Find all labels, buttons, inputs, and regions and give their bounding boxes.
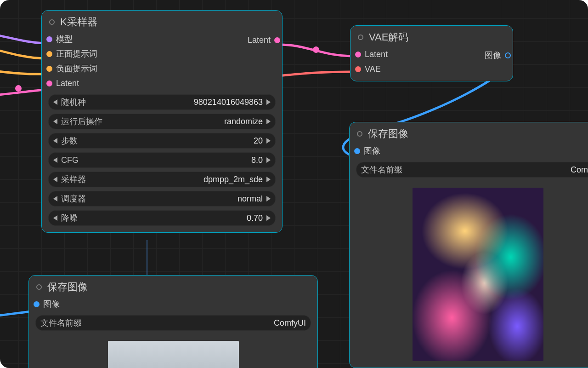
node-vae-decode[interactable]: VAE解码 图像 Latent VAE (350, 25, 513, 81)
widget-value: 0.70 (81, 213, 263, 223)
widget-steps[interactable]: 步数 20 (48, 133, 276, 149)
arrow-right-icon[interactable] (266, 157, 271, 163)
widget-label: 文件名前缀 (40, 317, 82, 328)
widget-after-generate[interactable]: 运行后操作 randomize (48, 114, 276, 129)
input-port-latent[interactable] (46, 80, 52, 86)
widget-label: 随机种 (61, 97, 86, 108)
widget-value: normal (90, 194, 263, 204)
widget-denoise[interactable]: 降噪 0.70 (48, 210, 276, 226)
input-label-image: 图像 (364, 145, 380, 156)
node-save-image-left[interactable]: 保存图像 图像 文件名前缀 ComfyUI (28, 275, 318, 368)
node-title: VAE解码 (369, 30, 408, 44)
widget-value: 8.0 (82, 155, 263, 165)
widget-label: 采样器 (61, 174, 86, 185)
node-title: 保存图像 (368, 127, 408, 141)
input-port-positive[interactable] (46, 51, 52, 57)
widget-value: dpmpp_2m_sde (90, 175, 263, 184)
arrow-right-icon[interactable] (266, 177, 271, 182)
arrow-right-icon[interactable] (266, 196, 271, 201)
arrow-left-icon[interactable] (53, 138, 57, 144)
collapse-toggle-icon[interactable] (36, 284, 42, 290)
arrow-right-icon[interactable] (266, 119, 271, 124)
input-label-latent: Latent (56, 79, 79, 88)
collapse-toggle-icon[interactable] (358, 34, 363, 40)
node-header[interactable]: 保存图像 (350, 122, 588, 144)
widget-value: 20 (81, 136, 263, 146)
node-title: 保存图像 (47, 280, 88, 294)
output-port-image[interactable] (505, 52, 511, 58)
image-preview[interactable] (108, 341, 239, 368)
arrow-left-icon[interactable] (53, 196, 57, 201)
widget-scheduler[interactable]: 调度器 normal (48, 191, 276, 207)
output-label-latent: Latent (248, 35, 271, 45)
node-header[interactable]: 保存图像 (29, 276, 317, 298)
widget-label: 文件名前缀 (361, 164, 402, 175)
node-header[interactable]: K采样器 (42, 11, 282, 33)
input-label-negative: 负面提示词 (56, 63, 97, 74)
node-save-image-right[interactable]: 保存图像 图像 文件名前缀 Comfy (349, 122, 588, 368)
node-header[interactable]: VAE解码 (351, 26, 513, 48)
widget-filename-prefix[interactable]: 文件名前缀 ComfyUI (35, 315, 311, 331)
arrow-right-icon[interactable] (266, 99, 271, 105)
collapse-toggle-icon[interactable] (49, 19, 55, 25)
arrow-left-icon[interactable] (53, 99, 57, 105)
widget-cfg[interactable]: CFG 8.0 (48, 152, 276, 168)
input-label-image: 图像 (43, 299, 60, 310)
widget-sampler[interactable]: 采样器 dpmpp_2m_sde (48, 172, 276, 187)
widget-value: ComfyUI (85, 318, 306, 328)
widget-label: 运行后操作 (61, 116, 102, 127)
link-dot (15, 85, 22, 92)
widget-seed[interactable]: 随机种 980214016049863 (48, 94, 276, 110)
node-ksampler[interactable]: K采样器 Latent 模型 正面提示词 负面提示词 Latent (41, 10, 283, 233)
collapse-toggle-icon[interactable] (357, 131, 362, 137)
link-dot (313, 46, 319, 53)
image-preview[interactable] (413, 188, 543, 361)
arrow-left-icon[interactable] (53, 177, 57, 182)
input-label-vae: VAE (365, 64, 381, 74)
arrow-right-icon[interactable] (266, 138, 271, 144)
input-port-image[interactable] (34, 301, 40, 307)
input-port-vae[interactable] (355, 66, 361, 72)
widget-value: Comfy (406, 165, 588, 175)
input-port-image[interactable] (354, 148, 360, 154)
arrow-left-icon[interactable] (53, 157, 57, 163)
input-label-model: 模型 (56, 34, 73, 45)
arrow-left-icon[interactable] (53, 215, 57, 221)
output-label-image: 图像 (485, 50, 501, 61)
widget-label: 调度器 (61, 193, 86, 204)
input-port-model[interactable] (46, 36, 52, 42)
node-graph-canvas[interactable]: K采样器 Latent 模型 正面提示词 负面提示词 Latent (0, 0, 588, 368)
widget-label: 步数 (61, 135, 78, 146)
input-port-latent[interactable] (355, 52, 361, 58)
input-label-latent: Latent (365, 50, 388, 59)
widget-value: 980214016049863 (90, 98, 263, 107)
widget-value: randomize (106, 117, 263, 126)
widget-label: 降噪 (61, 213, 78, 224)
arrow-right-icon[interactable] (266, 215, 271, 221)
input-port-negative[interactable] (46, 66, 52, 72)
output-port-latent[interactable] (274, 37, 280, 43)
node-title: K采样器 (60, 15, 97, 29)
widget-label: CFG (61, 155, 79, 165)
input-label-positive: 正面提示词 (56, 48, 97, 59)
arrow-left-icon[interactable] (53, 119, 57, 124)
widget-filename-prefix[interactable]: 文件名前缀 Comfy (356, 162, 588, 178)
